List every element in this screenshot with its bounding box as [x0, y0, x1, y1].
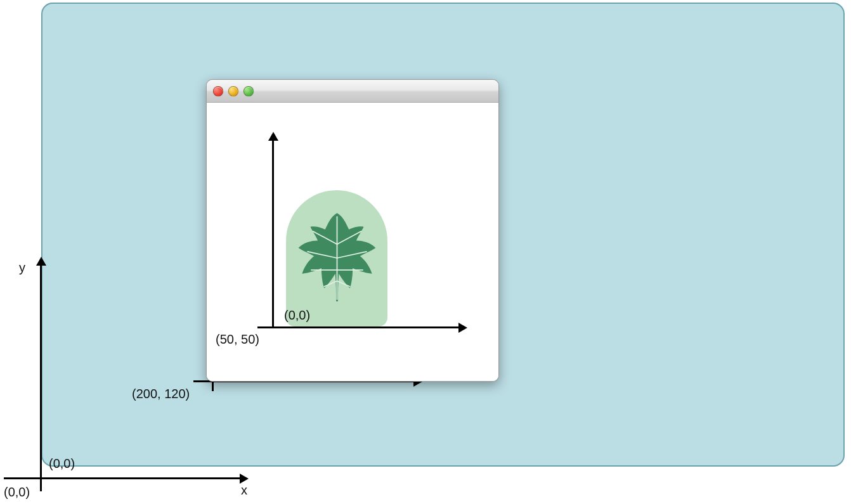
outer-origin-label: (0,0) — [4, 485, 30, 500]
zoom-icon[interactable] — [244, 86, 254, 96]
screen-x-axis-arrow-icon — [240, 474, 249, 484]
window-origin-screen-coords-label: (200, 120) — [132, 387, 190, 401]
window-titlebar[interactable] — [207, 80, 498, 103]
view-y-axis-arrow-icon — [268, 132, 278, 141]
window-content: (0,0) (50, 50) — [207, 103, 498, 381]
view-y-axis — [272, 138, 274, 328]
view-x-axis — [257, 326, 460, 328]
screen-x-axis-label: x — [241, 483, 247, 498]
diagram-stage: y x (0,0) (0,0) (0,0) (200, 120) — [0, 0, 851, 504]
minimize-icon[interactable] — [228, 86, 238, 96]
app-window: (0,0) (50, 50) — [206, 79, 499, 382]
screen-origin-label: (0,0) — [49, 456, 75, 471]
screen-y-axis-label: y — [19, 261, 25, 275]
view-origin-inside-label: (0,0) — [284, 308, 310, 323]
screen-y-axis — [40, 263, 42, 491]
close-icon[interactable] — [213, 86, 223, 96]
view-x-axis-arrow-icon — [458, 323, 467, 333]
leaf-icon — [291, 204, 383, 312]
screen-x-axis — [4, 477, 242, 479]
view-origin-window-coords-label: (50, 50) — [216, 332, 259, 347]
screen-y-axis-arrow-icon — [36, 257, 46, 266]
